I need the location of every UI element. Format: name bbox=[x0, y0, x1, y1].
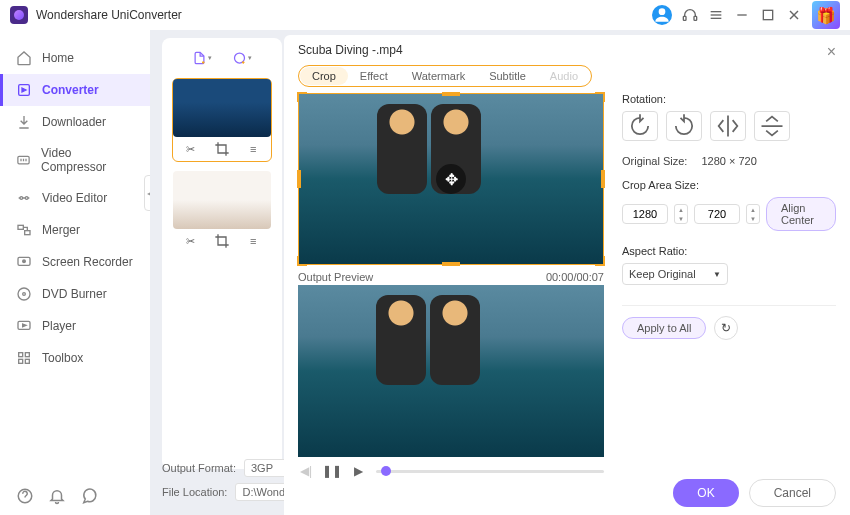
flip-horizontal-button[interactable] bbox=[710, 111, 746, 141]
sidebar-item-dvd[interactable]: DVD Burner bbox=[0, 278, 150, 310]
more-icon[interactable]: ≡ bbox=[243, 233, 263, 249]
player-controls: ◀| ❚❚ ▶ bbox=[298, 463, 604, 479]
crop-handle-left[interactable] bbox=[297, 170, 301, 188]
seek-bar[interactable] bbox=[376, 470, 604, 473]
play-icon[interactable]: ▶ bbox=[350, 463, 366, 479]
more-icon[interactable]: ≡ bbox=[243, 141, 263, 157]
add-file-icon[interactable]: ▾ bbox=[192, 48, 212, 68]
sidebar-item-recorder[interactable]: Screen Recorder bbox=[0, 246, 150, 278]
file-location-label: File Location: bbox=[162, 486, 227, 498]
tab-watermark[interactable]: Watermark bbox=[400, 67, 477, 85]
sidebar-item-label: Downloader bbox=[42, 115, 106, 129]
crop-icon[interactable] bbox=[212, 141, 232, 157]
sidebar-item-home[interactable]: Home bbox=[0, 42, 150, 74]
separator bbox=[622, 305, 836, 306]
crop-icon[interactable] bbox=[212, 233, 232, 249]
sidebar-item-merger[interactable]: Merger bbox=[0, 214, 150, 246]
crop-handle-tl[interactable] bbox=[297, 92, 307, 102]
sidebar-item-label: Video Compressor bbox=[41, 146, 134, 174]
tab-effect[interactable]: Effect bbox=[348, 67, 400, 85]
aspect-ratio-label: Aspect Ratio: bbox=[622, 245, 836, 257]
svg-rect-24 bbox=[25, 359, 29, 363]
chat-icon[interactable] bbox=[80, 487, 98, 505]
rotate-ccw-button[interactable] bbox=[666, 111, 702, 141]
preview-content bbox=[377, 104, 427, 194]
trim-icon[interactable]: ✂ bbox=[181, 233, 201, 249]
crop-handle-bottom[interactable] bbox=[442, 262, 460, 266]
flip-vertical-button[interactable] bbox=[754, 111, 790, 141]
aspect-ratio-select[interactable]: Keep Original ▼ bbox=[622, 263, 728, 285]
maximize-icon[interactable] bbox=[760, 7, 776, 23]
editor-filename: Scuba Diving -.mp4 bbox=[298, 43, 403, 57]
tab-crop[interactable]: Crop bbox=[300, 67, 348, 85]
app-logo bbox=[10, 6, 28, 24]
crop-width-input[interactable] bbox=[622, 204, 668, 224]
width-down[interactable]: ▼ bbox=[675, 214, 687, 223]
ok-button[interactable]: OK bbox=[673, 479, 738, 507]
rotate-cw-button[interactable] bbox=[622, 111, 658, 141]
svg-rect-21 bbox=[19, 353, 23, 357]
move-icon[interactable]: ✥ bbox=[436, 164, 466, 194]
svg-point-12 bbox=[20, 197, 23, 200]
sidebar-item-player[interactable]: Player bbox=[0, 310, 150, 342]
original-size-label: Original Size: bbox=[622, 155, 687, 167]
output-format-label: Output Format: bbox=[162, 462, 236, 474]
sidebar: Home Converter Downloader Video Compress… bbox=[0, 30, 150, 515]
align-center-button[interactable]: Align Center bbox=[766, 197, 836, 231]
tab-subtitle[interactable]: Subtitle bbox=[477, 67, 538, 85]
seek-knob[interactable] bbox=[381, 466, 391, 476]
prev-frame-icon[interactable]: ◀| bbox=[298, 463, 314, 479]
sidebar-item-label: DVD Burner bbox=[42, 287, 107, 301]
reset-icon[interactable]: ↻ bbox=[714, 316, 738, 340]
sidebar-item-downloader[interactable]: Downloader bbox=[0, 106, 150, 138]
gift-icon[interactable]: 🎁 bbox=[812, 1, 840, 29]
cancel-button[interactable]: Cancel bbox=[749, 479, 836, 507]
headset-icon[interactable] bbox=[682, 7, 698, 23]
output-preview bbox=[298, 285, 604, 457]
trim-icon[interactable]: ✂ bbox=[181, 141, 201, 157]
crop-height-input[interactable] bbox=[694, 204, 740, 224]
apply-to-all-button[interactable]: Apply to All bbox=[622, 317, 706, 339]
file-thumb-1[interactable]: ✂ ≡ bbox=[172, 78, 272, 162]
sidebar-item-compressor[interactable]: Video Compressor bbox=[0, 138, 150, 182]
output-preview-label: Output Preview bbox=[298, 271, 373, 283]
width-up[interactable]: ▲ bbox=[675, 205, 687, 214]
sidebar-item-converter[interactable]: Converter bbox=[0, 74, 150, 106]
pause-icon[interactable]: ❚❚ bbox=[324, 463, 340, 479]
minimize-icon[interactable] bbox=[734, 7, 750, 23]
file-thumb-2[interactable]: ✂ ≡ bbox=[172, 170, 272, 254]
sidebar-item-label: Screen Recorder bbox=[42, 255, 133, 269]
original-size-value: 1280 × 720 bbox=[701, 155, 756, 167]
tab-audio[interactable]: Audio bbox=[538, 67, 590, 85]
crop-handle-tr[interactable] bbox=[595, 92, 605, 102]
sidebar-item-toolbox[interactable]: Toolbox bbox=[0, 342, 150, 374]
crop-handle-bl[interactable] bbox=[297, 256, 307, 266]
sidebar-item-label: Converter bbox=[42, 83, 99, 97]
preview-content bbox=[376, 295, 426, 385]
add-folder-icon[interactable]: ▾ bbox=[232, 48, 252, 68]
editor-icon bbox=[16, 190, 32, 206]
app-title: Wondershare UniConverter bbox=[36, 8, 182, 22]
main-area: ▾ ▾ ✂ ≡ ✂ ≡ Output Format: 3GP File L bbox=[150, 30, 850, 515]
help-icon[interactable] bbox=[16, 487, 34, 505]
crop-handle-right[interactable] bbox=[601, 170, 605, 188]
sidebar-item-editor[interactable]: Video Editor bbox=[0, 182, 150, 214]
svg-rect-2 bbox=[694, 16, 697, 20]
height-down[interactable]: ▼ bbox=[747, 214, 759, 223]
aspect-ratio-value: Keep Original bbox=[629, 268, 696, 280]
menu-icon[interactable] bbox=[708, 7, 724, 23]
dvd-icon bbox=[16, 286, 32, 302]
editor-close-icon[interactable]: × bbox=[827, 43, 836, 61]
user-avatar-icon[interactable] bbox=[652, 5, 672, 25]
compress-icon bbox=[16, 152, 31, 168]
bell-icon[interactable] bbox=[48, 487, 66, 505]
sidebar-item-label: Merger bbox=[42, 223, 80, 237]
close-icon[interactable] bbox=[786, 7, 802, 23]
crop-handle-top[interactable] bbox=[442, 92, 460, 96]
rotation-label: Rotation: bbox=[622, 93, 836, 105]
height-up[interactable]: ▲ bbox=[747, 205, 759, 214]
svg-rect-7 bbox=[763, 10, 772, 19]
crop-handle-br[interactable] bbox=[595, 256, 605, 266]
crop-preview[interactable]: ✥ bbox=[298, 93, 604, 265]
sidebar-item-label: Toolbox bbox=[42, 351, 83, 365]
